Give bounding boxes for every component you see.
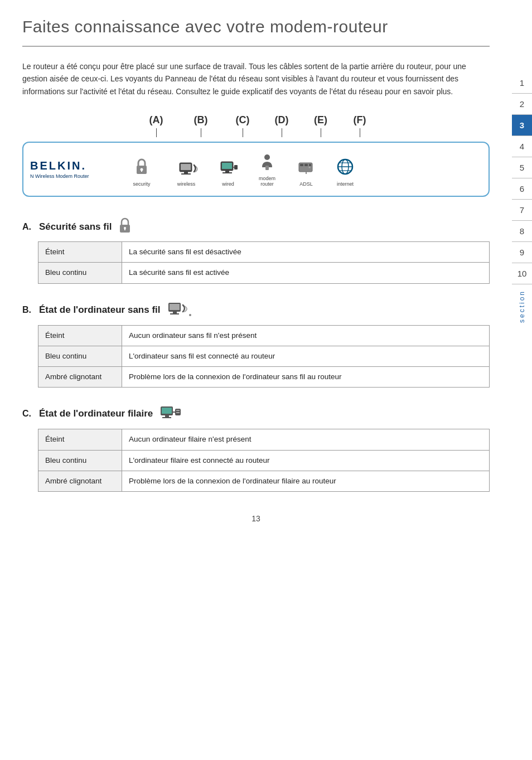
section-num-10[interactable]: 10: [512, 263, 532, 284]
router-box: BELKIN. N Wireless Modem Router security: [22, 142, 490, 197]
internet-label: internet: [337, 181, 354, 187]
section-word-label: section: [518, 290, 526, 323]
section-num-4[interactable]: 4: [512, 136, 532, 157]
svg-rect-4: [181, 164, 191, 170]
col-tick-b: [178, 128, 223, 137]
adsl-label: ADSL: [299, 181, 313, 187]
table-row: Ambré clignotant Problème lors de la con…: [38, 471, 490, 491]
col-tick-a: [134, 128, 178, 137]
svg-rect-6: [181, 173, 191, 175]
main-content: Faites connaissance avec votre modem-rou…: [0, 0, 512, 556]
svg-rect-35: [162, 408, 172, 414]
desc-cell: Aucun ordinateur filaire n'est présent: [122, 429, 490, 450]
section-a-header: A. Sécurité sans fil: [22, 217, 490, 237]
section-num-2[interactable]: 2: [512, 94, 532, 115]
svg-rect-39: [176, 410, 180, 411]
section-b-header: B. État de l'ordinateur sans fil: [22, 299, 490, 321]
section-a-title: Sécurité sans fil: [39, 221, 112, 233]
svg-point-13: [264, 154, 270, 160]
table-row: Bleu continu La sécurité sans fil est ac…: [38, 263, 490, 283]
table-row: Ambré clignotant Problème lors de la con…: [38, 367, 490, 388]
svg-rect-16: [300, 164, 303, 166]
table-row: Éteint Aucun ordinateur sans fil n'est p…: [38, 325, 490, 346]
section-a-table: Éteint La sécurité sans fil est désactiv…: [38, 241, 490, 284]
lock-icon: [133, 157, 151, 179]
page-title: Faites connaissance avec votre modem-rou…: [22, 17, 490, 37]
state-cell: Ambré clignotant: [38, 367, 122, 388]
section-b: B. État de l'ordinateur sans fil Éteint …: [22, 299, 490, 388]
section-num-3[interactable]: 3: [512, 115, 532, 136]
adsl-icon: [296, 157, 317, 179]
security-icon-item: security: [119, 157, 164, 187]
adsl-icon-item: ADSL: [287, 157, 326, 187]
section-b-title: État de l'ordinateur sans fil: [39, 304, 161, 316]
desc-cell: Aucun ordinateur sans fil n'est présent: [122, 325, 490, 346]
desc-cell: L'ordinateur filaire est connecté au rou…: [122, 450, 490, 471]
desc-cell: Problème lors de la connexion de l'ordin…: [122, 471, 490, 491]
svg-rect-8: [222, 163, 232, 169]
wireless-icon: [174, 157, 199, 179]
state-cell: Bleu continu: [38, 346, 122, 366]
svg-rect-28: [124, 228, 125, 230]
desc-cell: L'ordinateur sans fil est connecté au ro…: [122, 346, 490, 366]
section-num-1[interactable]: 1: [512, 72, 532, 94]
svg-rect-14: [265, 166, 269, 170]
col-label-b: (B): [178, 114, 223, 126]
section-num-5[interactable]: 5: [512, 157, 532, 178]
section-c: C. État de l'ordinateur filaire Éteint A…: [22, 403, 490, 492]
col-label-e: (E): [301, 114, 340, 126]
section-num-9[interactable]: 9: [512, 242, 532, 263]
svg-rect-37: [162, 417, 171, 418]
section-num-7[interactable]: 7: [512, 200, 532, 221]
security-label: security: [133, 181, 150, 187]
section-sidebar: 1 2 3 4 5 6 7 8 9 10 section: [512, 0, 532, 760]
col-label-a: (A): [134, 114, 178, 126]
router-icons: security: [119, 152, 482, 187]
section-c-letter: C.: [22, 409, 33, 419]
router-brand: BELKIN. N Wireless Modem Router: [30, 159, 119, 179]
section-num-6[interactable]: 6: [512, 178, 532, 200]
section-b-letter: B.: [22, 305, 33, 315]
wired-label: wired: [222, 181, 234, 187]
svg-rect-17: [304, 164, 308, 166]
col-tick-d: [262, 128, 301, 137]
svg-rect-36: [165, 415, 169, 417]
table-row: Bleu continu L'ordinateur sans fil est c…: [38, 346, 490, 366]
section-a: A. Sécurité sans fil Éteint La sécurité …: [22, 217, 490, 284]
svg-rect-2: [141, 170, 142, 172]
col-label-d: (D): [262, 114, 301, 126]
wireless-icon-b: [166, 299, 192, 321]
table-row: Éteint Aucun ordinateur filaire n'est pr…: [38, 429, 490, 450]
svg-point-33: [189, 314, 191, 316]
intro-paragraph: Le routeur a été conçu pour être placé s…: [22, 60, 490, 98]
brand-name: BELKIN.: [30, 159, 110, 172]
section-b-table: Éteint Aucun ordinateur sans fil n'est p…: [38, 325, 490, 388]
svg-rect-32: [170, 313, 179, 314]
svg-rect-11: [234, 165, 238, 170]
svg-rect-18: [309, 164, 311, 166]
state-cell: Bleu continu: [38, 263, 122, 283]
page-number: 13: [22, 514, 490, 523]
state-cell: Ambré clignotant: [38, 471, 122, 491]
column-labels: (A) (B) (C) (D) (E) (F): [134, 114, 490, 126]
section-a-letter: A.: [22, 222, 33, 232]
modem-label: modemrouter: [259, 176, 275, 187]
table-row: Bleu continu L'ordinateur filaire est co…: [38, 450, 490, 471]
section-num-8[interactable]: 8: [512, 221, 532, 242]
table-row: Éteint La sécurité sans fil est désactiv…: [38, 242, 490, 263]
col-tick-c: [223, 128, 262, 137]
state-cell: Éteint: [38, 429, 122, 450]
wireless-icon-item: wireless: [164, 157, 209, 187]
section-c-title: État de l'ordinateur filaire: [39, 408, 153, 419]
col-label-f: (F): [340, 114, 379, 126]
svg-rect-5: [184, 172, 188, 173]
svg-rect-30: [170, 304, 180, 310]
column-ticks: [134, 128, 490, 137]
modem-icon: [257, 152, 278, 173]
col-tick-e: [301, 128, 340, 137]
desc-cell: La sécurité sans fil est désactivée: [122, 242, 490, 263]
internet-icon: [335, 157, 355, 179]
desc-cell: Problème lors de la connexion de l'ordin…: [122, 367, 490, 388]
section-c-header: C. État de l'ordinateur filaire: [22, 403, 490, 424]
wired-icon: [217, 157, 239, 179]
